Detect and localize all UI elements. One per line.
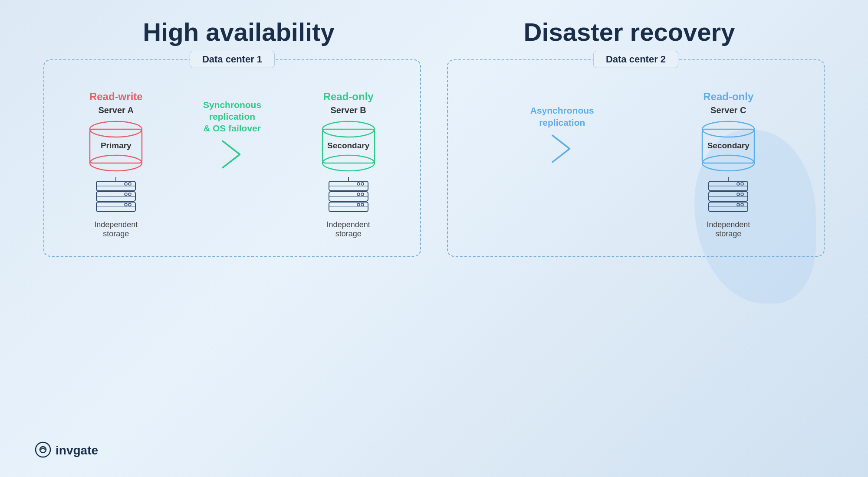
datacenter-1-label: Data center 1 (190, 51, 275, 68)
svg-point-22 (361, 183, 364, 185)
dr-box: Data center 2 Asynchronous replication (447, 59, 825, 257)
logo: invgate (35, 441, 98, 460)
server-a-unit: Read-write Server A Primary (85, 91, 146, 238)
server-a-db: Primary (85, 120, 146, 172)
dr-box-content: Asynchronous replication Read-only Serve… (461, 69, 811, 238)
svg-point-27 (357, 193, 360, 196)
svg-point-26 (361, 193, 364, 196)
ha-title: High availability (43, 17, 434, 46)
svg-point-15 (125, 203, 127, 206)
server-c-role: Read-only (703, 91, 753, 103)
dr-title: Disaster recovery (434, 17, 825, 46)
server-b-name: Server B (331, 105, 366, 115)
server-b-storage: Independentstorage (327, 177, 370, 238)
server-a-name: Server A (99, 105, 134, 115)
server-c-name: Server C (710, 105, 746, 115)
datacenter-2-label: Data center 2 (593, 51, 678, 68)
titles-row: High availability Disaster recovery (43, 17, 825, 46)
svg-point-14 (128, 203, 131, 206)
svg-point-42 (741, 193, 743, 196)
server-c-storage: Independentstorage (707, 177, 750, 238)
server-a-storage: Independentstorage (94, 177, 138, 238)
logo-icon (35, 441, 51, 460)
svg-point-39 (737, 183, 740, 185)
svg-point-43 (737, 193, 740, 196)
ha-arrow (215, 139, 250, 204)
ha-replication-label: Synchronous replication & OS failover (203, 99, 261, 134)
server-b-storage-label: Independentstorage (327, 220, 370, 238)
dr-replication-section: Asynchronous replication (513, 105, 594, 225)
server-c-unit: Read-only Server C Secondary (698, 91, 759, 238)
svg-point-46 (741, 203, 743, 206)
ha-replication-section: Synchronous replication & OS failover (203, 99, 261, 231)
server-c-storage-label: Independentstorage (707, 220, 750, 238)
ha-box-content: Read-write Server A Primary (57, 69, 407, 238)
main-container: High availability Disaster recovery Data… (0, 0, 868, 477)
svg-point-47 (737, 203, 740, 206)
server-b-role: Read-only (323, 91, 374, 103)
server-b-unit: Read-only Server B Secondary (318, 91, 379, 238)
dr-arrow (545, 134, 579, 199)
logo-text: invgate (56, 444, 98, 457)
server-a-storage-label: Independentstorage (94, 220, 138, 238)
server-b-db: Secondary (318, 120, 379, 172)
svg-point-31 (357, 203, 360, 206)
svg-point-23 (357, 183, 360, 185)
diagrams-row: Data center 1 Read-write Server A (43, 59, 825, 257)
svg-point-10 (128, 193, 131, 196)
dr-replication-label: Asynchronous replication (530, 105, 594, 128)
svg-point-48 (36, 442, 50, 457)
svg-point-38 (741, 183, 743, 185)
ha-box: Data center 1 Read-write Server A (43, 59, 421, 257)
svg-point-30 (361, 203, 364, 206)
server-c-db: Secondary (698, 120, 759, 172)
svg-point-7 (125, 183, 127, 185)
server-a-role: Read-write (89, 91, 143, 103)
svg-point-6 (128, 183, 131, 185)
svg-point-11 (125, 193, 127, 196)
